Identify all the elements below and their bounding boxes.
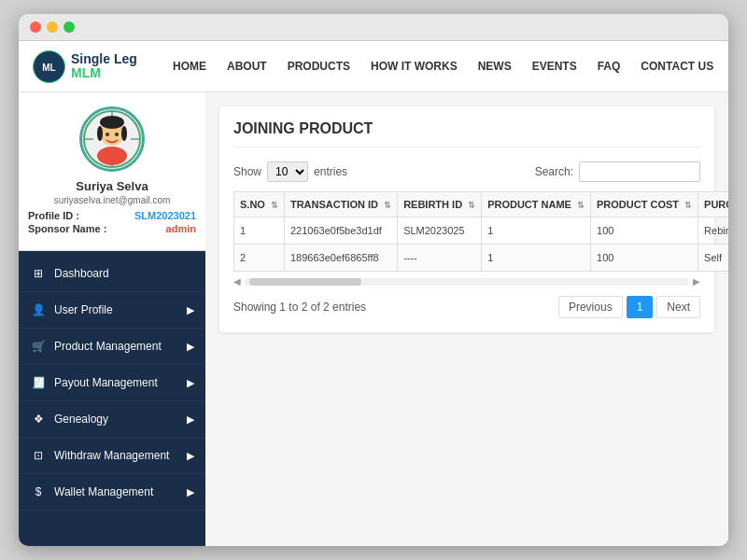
logo-text: Single LegMLM <box>71 52 137 81</box>
previous-button[interactable]: Previous <box>558 296 623 318</box>
dashboard-label: Dashboard <box>54 267 109 280</box>
cell-rid: ---- <box>398 245 482 272</box>
sidebar-item-user-profile[interactable]: 👤 User Profile ▶ <box>19 292 205 329</box>
scroll-right-icon[interactable]: ▶ <box>693 276 700 287</box>
svg-point-12 <box>106 133 109 136</box>
chevron-right-icon: ▶ <box>187 304 194 316</box>
main-body: Suriya Selva suriyaselva.inet@gmail.com … <box>19 92 728 546</box>
profile-id-label: Profile ID : <box>28 210 79 221</box>
sort-icon-sno: ⇅ <box>271 201 278 210</box>
col-product-name[interactable]: PRODUCT NAME ⇅ <box>482 192 591 217</box>
search-area: Search: <box>535 161 700 182</box>
next-button[interactable]: Next <box>656 296 700 318</box>
sidebar-item-payout-management[interactable]: 🧾 Payout Management ▶ <box>19 365 205 401</box>
withdraw-icon: ⊡ <box>30 447 47 464</box>
sidebar-item-withdraw-management[interactable]: ⊡ Withdraw Management ▶ <box>19 438 205 474</box>
sidebar: Suriya Selva suriyaselva.inet@gmail.com … <box>19 92 205 546</box>
entries-label: entries <box>314 165 347 178</box>
browser-body: ML Single LegMLM HOME ABOUT PRODUCTS HOW… <box>19 41 728 546</box>
svg-text:ML: ML <box>42 63 55 73</box>
product-management-label: Product Management <box>54 340 162 353</box>
nav-links: HOME ABOUT PRODUCTS HOW IT WORKS NEWS EV… <box>163 54 723 78</box>
cell-ptype: Self <box>698 245 728 272</box>
col-product-cost[interactable]: PRODUCT COST ⇅ <box>591 192 698 217</box>
cell-sno: 1 <box>234 217 285 245</box>
nav-how-it-works[interactable]: HOW IT WORKS <box>361 54 467 78</box>
genealogy-label: Genealogy <box>54 413 108 426</box>
col-transaction-id[interactable]: TRANSACTION ID ⇅ <box>284 192 397 217</box>
cell-pname: 1 <box>482 245 591 272</box>
svg-point-9 <box>100 116 124 129</box>
content-card: JOINING PRODUCT Show 10 25 50 entries <box>219 106 714 332</box>
close-btn[interactable] <box>30 21 41 33</box>
cell-tid: 189663e0ef6865ff8 <box>284 245 397 272</box>
nav-products[interactable]: PRODUCTS <box>278 54 359 78</box>
svg-point-7 <box>97 147 127 165</box>
scroll-row: ◀ ▶ <box>233 276 700 287</box>
sort-icon-pname: ⇅ <box>577 201 585 210</box>
cell-rid: SLM2023025 <box>398 217 482 245</box>
cell-tid: 221063e0f5be3d1df <box>284 217 397 245</box>
table-header: S.NO ⇅ TRANSACTION ID ⇅ REBIRTH ID ⇅ PRO… <box>234 192 729 217</box>
chevron-right-icon-3: ▶ <box>187 377 194 389</box>
nav-about[interactable]: ABOUT <box>218 54 276 78</box>
sidebar-item-dashboard[interactable]: ⊞ Dashboard <box>19 256 205 292</box>
user-profile-label: User Profile <box>54 303 113 316</box>
top-nav: ML Single LegMLM HOME ABOUT PRODUCTS HOW… <box>19 41 728 92</box>
logo-icon: ML <box>33 50 65 83</box>
sort-icon-tid: ⇅ <box>384 201 391 210</box>
table-body: 1 221063e0f5be3d1df SLM2023025 1 100 Reb… <box>234 217 729 272</box>
search-label: Search: <box>535 165 573 178</box>
sidebar-item-product-management[interactable]: 🛒 Product Management ▶ <box>19 329 205 365</box>
cell-sno: 2 <box>234 245 285 272</box>
chevron-right-icon-6: ▶ <box>187 486 194 498</box>
nav-news[interactable]: NEWS <box>469 54 521 78</box>
page-1-button[interactable]: 1 <box>627 296 654 318</box>
table-footer: Showing 1 to 2 of 2 entries Previous 1 N… <box>233 296 700 318</box>
sidebar-menu: ⊞ Dashboard 👤 User Profile ▶ 🛒 Product M… <box>19 251 205 515</box>
user-email: suriyaselva.inet@gmail.com <box>28 195 196 205</box>
data-table: S.NO ⇅ TRANSACTION ID ⇅ REBIRTH ID ⇅ PRO… <box>233 191 728 272</box>
sponsor-value: admin <box>166 223 196 234</box>
scroll-track <box>245 278 689 286</box>
profile-id-row: Profile ID : SLM2023021 <box>28 210 196 221</box>
content-area: JOINING PRODUCT Show 10 25 50 entries <box>205 92 728 546</box>
payout-management-label: Payout Management <box>54 376 158 389</box>
table-controls: Show 10 25 50 entries Search: <box>233 161 700 182</box>
search-input[interactable] <box>579 161 700 182</box>
col-purchase-type[interactable]: PURCHASE TYPE ⇅ <box>698 192 728 217</box>
sidebar-item-genealogy[interactable]: ❖ Genealogy ▶ <box>19 401 205 438</box>
col-rebirth-id[interactable]: REBIRTH ID ⇅ <box>398 192 482 217</box>
maximize-btn[interactable] <box>63 21 75 33</box>
table-row: 2 189663e0ef6865ff8 ---- 1 100 Self 2023… <box>234 245 729 272</box>
cell-pcost: 100 <box>591 245 698 272</box>
svg-point-11 <box>121 126 127 141</box>
cart-icon: 🛒 <box>30 338 47 355</box>
nav-events[interactable]: EVENTS <box>523 54 586 78</box>
scroll-left-icon[interactable]: ◀ <box>233 276 241 287</box>
wallet-management-label: Wallet Management <box>54 485 153 498</box>
nav-home[interactable]: HOME <box>163 54 216 78</box>
browser-chrome <box>19 14 728 41</box>
showing-text: Showing 1 to 2 of 2 entries <box>233 301 366 314</box>
minimize-btn[interactable] <box>47 21 58 33</box>
sidebar-item-wallet-management[interactable]: $ Wallet Management ▶ <box>19 474 205 511</box>
chevron-right-icon-4: ▶ <box>187 413 194 426</box>
nav-faq[interactable]: FAQ <box>588 54 630 78</box>
chevron-right-icon-5: ▶ <box>187 450 194 462</box>
user-name: Suriya Selva <box>28 179 196 193</box>
col-sno[interactable]: S.NO ⇅ <box>234 192 285 217</box>
table-row: 1 221063e0f5be3d1df SLM2023025 1 100 Reb… <box>234 217 729 245</box>
entries-select[interactable]: 10 25 50 <box>267 161 308 182</box>
nav-contact[interactable]: CONTACT US <box>631 54 723 78</box>
network-icon: ❖ <box>30 411 47 427</box>
withdraw-management-label: Withdraw Management <box>54 449 169 462</box>
sponsor-label: Sponsor Name : <box>28 223 106 234</box>
user-profile-section: Suriya Selva suriyaselva.inet@gmail.com … <box>19 92 205 251</box>
browser-window: ML Single LegMLM HOME ABOUT PRODUCTS HOW… <box>19 14 728 546</box>
sponsor-row: Sponsor Name : admin <box>28 223 196 234</box>
scroll-thumb <box>249 278 361 286</box>
sort-icon-rid: ⇅ <box>468 201 475 210</box>
show-label: Show <box>233 165 261 178</box>
page-title: JOINING PRODUCT <box>233 120 700 147</box>
